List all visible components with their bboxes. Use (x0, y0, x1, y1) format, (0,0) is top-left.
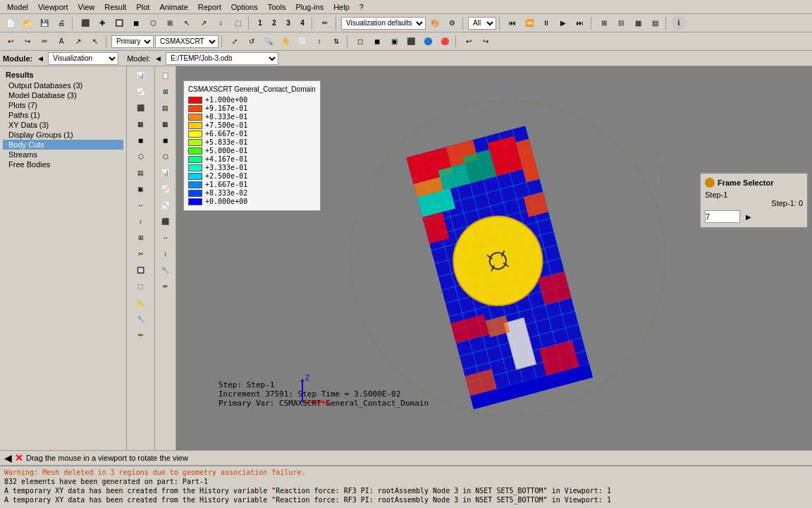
new-btn[interactable]: 📄 (3, 16, 18, 30)
vbtn-14[interactable]: ⬚ (131, 279, 151, 294)
tree-streams[interactable]: Streams (3, 150, 123, 159)
vbtn2-5[interactable]: ◼ (156, 133, 176, 148)
menu-help[interactable]: Help (329, 1, 354, 13)
vbtn-16[interactable]: 🔧 (131, 311, 151, 327)
select-btn10[interactable]: ⬚ (230, 16, 245, 30)
menu-view[interactable]: View (74, 1, 99, 13)
vbtn-12[interactable]: ✂ (131, 246, 151, 262)
view-btn1[interactable]: ⬜ (295, 35, 310, 49)
num3-btn[interactable]: 3 (282, 16, 295, 30)
tb-pause-btn[interactable]: ⏸ (539, 16, 554, 30)
select-btn6[interactable]: ⊞ (162, 16, 178, 30)
save-btn[interactable]: 💾 (37, 16, 52, 30)
csmaxscrt-dropdown[interactable]: CSMAXSCRT (155, 35, 219, 48)
tb-first-btn[interactable]: ⏮ (505, 16, 520, 30)
tb-extra4[interactable]: ▤ (647, 16, 663, 30)
tb-extra1[interactable]: ⊞ (596, 16, 612, 30)
frame-slider-right[interactable]: ▶ (743, 210, 754, 223)
frame-number-input[interactable] (705, 210, 740, 223)
module-select[interactable]: Visualization (48, 52, 118, 65)
vbtn-6[interactable]: ⬡ (131, 149, 151, 164)
vbtn-17[interactable]: ✏ (131, 327, 151, 343)
select-btn9[interactable]: ↕ (213, 16, 228, 30)
undo-btn[interactable]: ↩ (461, 35, 476, 49)
tree-output-databases[interactable]: Output Databases (3) (3, 80, 123, 90)
menu-options[interactable]: Options (227, 1, 262, 13)
vis-btn[interactable]: 🎨 (427, 16, 443, 30)
menu-help-icon[interactable]: ? (355, 1, 368, 13)
vbtn2-1[interactable]: 📋 (156, 68, 176, 83)
vbtn2-8[interactable]: 📈 (156, 181, 176, 197)
vbtn2-10[interactable]: ⬛ (156, 214, 176, 229)
menu-animate[interactable]: Animate (155, 1, 192, 13)
num2-btn[interactable]: 2 (268, 16, 281, 30)
render-btn5[interactable]: 🔵 (420, 35, 436, 49)
tree-xydata[interactable]: XY Data (3) (3, 120, 123, 130)
view-btn3[interactable]: ⇅ (328, 35, 344, 49)
vbtn2-9[interactable]: 📉 (156, 198, 176, 213)
vbtn-5[interactable]: ◼ (131, 133, 151, 148)
print-btn[interactable]: 🖨 (54, 16, 69, 30)
menu-model[interactable]: Model (3, 1, 32, 13)
select-btn3[interactable]: 🔲 (111, 16, 127, 30)
menu-plot[interactable]: Plot (132, 1, 154, 13)
menu-report[interactable]: Report (194, 1, 226, 13)
vbtn-8[interactable]: ▣ (131, 181, 151, 197)
vbtn-1[interactable]: 📊 (131, 68, 151, 83)
vbtn-15[interactable]: 📐 (131, 295, 151, 310)
tree-paths[interactable]: Paths (1) (3, 110, 123, 120)
tb2-btn5[interactable]: ↗ (70, 35, 86, 49)
vbtn2-13[interactable]: 🔧 (156, 262, 176, 278)
vbtn2-2[interactable]: ⊞ (156, 84, 176, 99)
model-arrow[interactable]: ◀ (153, 54, 163, 64)
vbtn2-6[interactable]: ⬡ (156, 149, 176, 164)
vis-btn2[interactable]: ⚙ (444, 16, 460, 30)
menu-plugins[interactable]: Plug-ins (291, 1, 328, 13)
tree-body-cuts[interactable]: Body Cuts (3, 140, 123, 150)
vbtn2-14[interactable]: ✏ (156, 279, 176, 294)
menu-viewport[interactable]: Viewport (34, 1, 73, 13)
select-btn5[interactable]: ⬡ (145, 16, 161, 30)
tree-model-database[interactable]: Model Database (3) (3, 90, 123, 100)
back-arrow[interactable]: ◀ (4, 452, 12, 464)
redo-btn[interactable]: ↪ (478, 35, 493, 49)
sketch-btn[interactable]: ✏ (317, 16, 333, 30)
model-select[interactable]: E:/TEMP/Job-3.odb (166, 52, 278, 65)
vbtn2-12[interactable]: ↕ (156, 246, 176, 262)
viewport[interactable]: Z Z X CSMAXSCRT General_Contact_Domain +… (176, 66, 812, 450)
num1-btn[interactable]: 1 (254, 16, 266, 30)
tb-info-btn[interactable]: i (671, 16, 687, 30)
tb2-btn3[interactable]: ✂ (37, 35, 52, 49)
vbtn2-11[interactable]: ↔ (156, 230, 176, 246)
pan-btn[interactable]: ✋ (278, 35, 293, 49)
select-btn2[interactable]: ✚ (94, 16, 110, 30)
rotate-btn[interactable]: ↺ (244, 35, 259, 49)
tb-prev-btn[interactable]: ⏪ (522, 16, 537, 30)
tb2-btn2[interactable]: ↪ (20, 35, 35, 49)
vbtn-11[interactable]: ⊞ (131, 230, 151, 246)
menu-tools[interactable]: Tools (264, 1, 290, 13)
render-btn3[interactable]: ▣ (386, 35, 402, 49)
render-btn6[interactable]: 🔴 (437, 35, 453, 49)
tree-plots[interactable]: Plots (7) (3, 100, 123, 110)
vbtn-4[interactable]: ▦ (131, 116, 151, 132)
select-btn7[interactable]: ↖ (179, 16, 195, 30)
vbtn-2[interactable]: 📈 (131, 84, 151, 99)
tb-play-btn[interactable]: ▶ (555, 16, 571, 30)
vbtn-13[interactable]: 🔲 (131, 262, 151, 278)
primary-dropdown[interactable]: Primary (111, 35, 154, 48)
tb2-btn6[interactable]: ↖ (87, 35, 103, 49)
vbtn-3[interactable]: ⬛ (131, 100, 151, 116)
vbtn2-4[interactable]: ▦ (156, 116, 176, 132)
module-arrow[interactable]: ◀ (35, 54, 45, 64)
select-btn8[interactable]: ↗ (196, 16, 211, 30)
vbtn-7[interactable]: ▤ (131, 165, 151, 181)
all-dropdown[interactable]: All (468, 17, 496, 30)
open-btn[interactable]: 📂 (20, 16, 35, 30)
fit-btn[interactable]: ⤢ (227, 35, 242, 49)
select-btn1[interactable]: ⬛ (78, 16, 93, 30)
tree-display-groups[interactable]: Display Groups (1) (3, 130, 123, 140)
tb-extra2[interactable]: ⊟ (613, 16, 629, 30)
menu-result[interactable]: Result (100, 1, 130, 13)
tb-last-btn[interactable]: ⏭ (572, 16, 588, 30)
